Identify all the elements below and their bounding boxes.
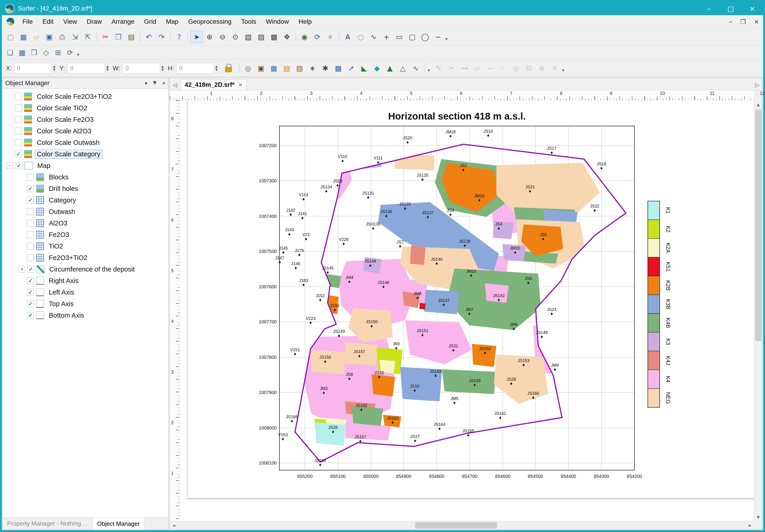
- coordinate-input[interactable]: 0: [122, 63, 160, 74]
- open-button[interactable]: ▱: [30, 31, 43, 43]
- reproject-button[interactable]: ⟳: [311, 31, 324, 43]
- spinner-up-icon[interactable]: ▲: [161, 65, 164, 68]
- vertical-scrollbar[interactable]: ▲ ▼: [754, 100, 762, 521]
- tree-item-top-axis[interactable]: Top Axis: [3, 298, 168, 309]
- visibility-checkbox[interactable]: [27, 174, 34, 181]
- drill-hole[interactable]: JS24: [547, 307, 556, 315]
- new-worksheet-button[interactable]: ▦: [17, 31, 30, 43]
- menu-help[interactable]: Help: [294, 15, 317, 28]
- undo-button[interactable]: ↶: [143, 31, 155, 43]
- drill-hole[interactable]: JS18: [597, 162, 606, 170]
- worksheet-view-button[interactable]: ▦: [16, 47, 28, 58]
- drill-hole[interactable]: JS20: [403, 136, 412, 144]
- horizontal-scroll-thumb[interactable]: [415, 522, 497, 529]
- toolbar-overflow-icon[interactable]: ▾: [427, 68, 430, 73]
- spinner-up-icon[interactable]: ▲: [53, 65, 56, 68]
- drill-hole[interactable]: JS134: [320, 185, 332, 193]
- panel-tab-property-manager-nothing-[interactable]: Property Manager - Nothing ...: [3, 517, 93, 529]
- cut-button[interactable]: ✂: [99, 31, 112, 43]
- tree-item-color-scale-tio2[interactable]: Color Scale TiO2: [3, 102, 168, 114]
- save-button[interactable]: ▣: [43, 31, 56, 43]
- panel-menu-chevron-icon[interactable]: ▾: [145, 80, 147, 86]
- grid-node-editor-button[interactable]: ◇: [40, 47, 52, 58]
- refresh-button[interactable]: ⟳: [64, 47, 76, 58]
- panel-tab-object-manager[interactable]: Object Manager: [93, 517, 145, 529]
- spinner-down-icon[interactable]: ▼: [53, 68, 56, 71]
- mdi-minimize-button[interactable]: –: [725, 18, 736, 25]
- visibility-checkbox[interactable]: [27, 208, 34, 215]
- drill-hole[interactable]: V111: [374, 156, 382, 164]
- post-map-button[interactable]: ∗: [306, 62, 319, 74]
- grid-editor-button[interactable]: ▩: [332, 62, 345, 74]
- drill-hole[interactable]: JM9: [551, 363, 559, 371]
- zoom-window-button[interactable]: ▧: [242, 31, 255, 43]
- spinner-down-icon[interactable]: ▼: [215, 68, 218, 71]
- drill-hole[interactable]: V223: [306, 316, 316, 324]
- drill-hole[interactable]: JS145: [322, 266, 334, 274]
- tree-item-color-scale-fe2o3[interactable]: Color Scale Fe2O3: [3, 114, 168, 125]
- tile-windows-button[interactable]: ⊞: [52, 47, 64, 58]
- drill-hole[interactable]: JM5: [450, 396, 458, 404]
- drill-hole[interactable]: J143: [285, 228, 294, 236]
- tree-item-fe2o3[interactable]: Fe2O3: [3, 229, 168, 241]
- visibility-checkbox[interactable]: [15, 151, 22, 158]
- drill-hole[interactable]: JS125: [416, 173, 428, 181]
- profile-button[interactable]: ∿: [409, 62, 422, 74]
- drawing-canvas[interactable]: Horizontal section 418 m a.s.l.855200855…: [180, 100, 754, 521]
- drill-hole[interactable]: V151: [290, 347, 300, 355]
- reshape-button[interactable]: ◌: [355, 31, 367, 43]
- zoom-full-button[interactable]: ▩: [268, 31, 280, 43]
- drill-hole[interactable]: JSH135: [366, 222, 381, 230]
- object-properties-button[interactable]: ❏: [4, 47, 16, 58]
- visibility-checkbox[interactable]: [15, 162, 22, 169]
- close-button[interactable]: ×: [742, 2, 763, 15]
- menu-draw[interactable]: Draw: [82, 15, 107, 28]
- whats-this-help-button[interactable]: ?: [173, 31, 185, 43]
- drill-hole[interactable]: JS155: [462, 429, 474, 437]
- polyline-button[interactable]: ∿: [367, 31, 380, 43]
- visibility-checkbox[interactable]: [27, 254, 34, 261]
- zoom-out-button[interactable]: ⊖: [216, 31, 229, 43]
- paste-button[interactable]: ▤: [125, 31, 138, 43]
- drill-hole[interactable]: JS22: [590, 204, 599, 212]
- export-button[interactable]: ⇲: [69, 31, 81, 43]
- tree-item-outwash[interactable]: Outwash: [3, 206, 168, 218]
- tree-item-drill-holes[interactable]: Drill holes: [3, 183, 168, 194]
- visibility-checkbox[interactable]: [27, 289, 34, 296]
- drill-hole[interactable]: J59: [393, 341, 399, 349]
- lock-icon[interactable]: [225, 67, 232, 72]
- menu-window[interactable]: Window: [261, 15, 294, 28]
- tree-toggle-icon[interactable]: +: [19, 266, 25, 272]
- horizontal-scrollbar[interactable]: ◄ ►: [170, 521, 754, 529]
- tree-item-right-axis[interactable]: Right Axis: [3, 275, 168, 286]
- drill-hole[interactable]: J145: [279, 246, 288, 254]
- image-map-button[interactable]: ▤: [281, 62, 293, 74]
- maximize-button[interactable]: □: [720, 2, 742, 15]
- drill-hole[interactable]: V228: [339, 237, 349, 245]
- import-button[interactable]: ⇱: [82, 31, 94, 43]
- coordinate-input[interactable]: 0: [67, 63, 105, 74]
- coordinate-input[interactable]: 0: [176, 63, 214, 74]
- contour-map-button[interactable]: ◎: [242, 62, 254, 74]
- tree-item-bottom-axis[interactable]: Bottom Axis: [3, 309, 168, 321]
- spinner-up-icon[interactable]: ▲: [106, 65, 109, 68]
- point-button[interactable]: +: [380, 31, 392, 43]
- drill-hole[interactable]: V110: [338, 154, 347, 162]
- visibility-checkbox[interactable]: [27, 277, 34, 284]
- drill-hole[interactable]: JM18: [445, 130, 456, 138]
- drill-hole[interactable]: J183: [299, 278, 308, 286]
- visibility-checkbox[interactable]: [27, 220, 34, 227]
- drill-hole[interactable]: JS27: [410, 434, 420, 442]
- tree-item-circumference-of-the-deposit[interactable]: +Circumference of the deposit: [3, 264, 168, 275]
- drill-hole[interactable]: JS17: [547, 146, 556, 154]
- visibility-checkbox[interactable]: [15, 93, 22, 100]
- menu-edit[interactable]: Edit: [38, 15, 58, 28]
- drill-hole[interactable]: JS161: [494, 411, 506, 419]
- drill-hole[interactable]: JS164: [433, 422, 445, 430]
- tree-item-color-scale-fe2o3-tio2[interactable]: Color Scale Fe2O3+TiO2: [3, 91, 168, 102]
- coordinate-spinner[interactable]: ▲▼: [106, 65, 109, 71]
- menu-file[interactable]: File: [18, 15, 38, 28]
- drill-hole[interactable]: JS166: [286, 414, 298, 423]
- 3d-surface-button[interactable]: ▲: [383, 62, 396, 74]
- visibility-checkbox[interactable]: [27, 231, 34, 238]
